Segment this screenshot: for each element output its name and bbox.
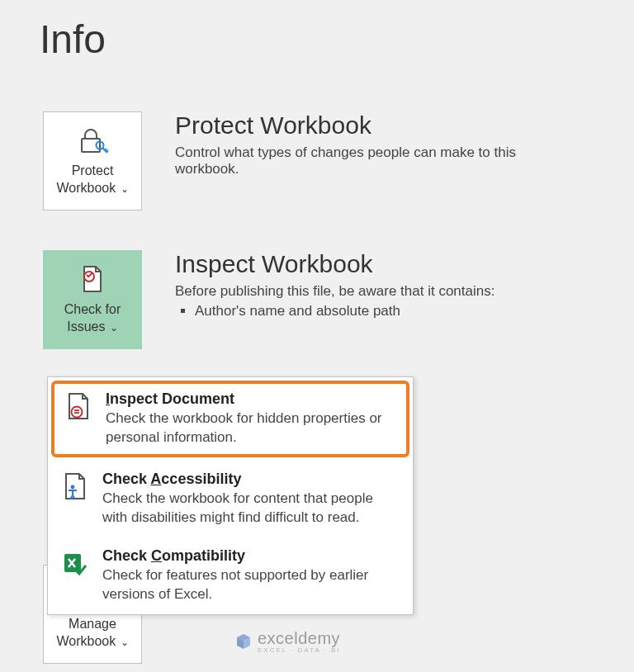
menu-check-accessibility[interactable]: Check Accessibility Check the workbook f… <box>48 461 413 537</box>
watermark-tagline: EXCEL · DATA · BI <box>258 646 341 654</box>
inspect-bullets: Author's name and absolute path <box>175 303 494 319</box>
check-for-issues-button[interactable]: Check for Issues ⌄ <box>43 250 142 349</box>
tile-label: Manage Workbook ⌄ <box>56 616 128 651</box>
inspect-desc: Before publishing this file, be aware th… <box>175 283 494 300</box>
protect-desc: Control what types of changes people can… <box>175 144 571 177</box>
menu-item-title: Check Accessibility <box>102 471 401 488</box>
lock-key-icon <box>76 125 109 158</box>
protect-workbook-button[interactable]: Protect Workbook ⌄ <box>43 111 142 211</box>
menu-item-desc: Check for features not supported by earl… <box>102 566 401 604</box>
menu-inspect-document[interactable]: Inspect Document Check the workbook for … <box>51 381 409 457</box>
menu-item-title: Inspect Document <box>106 390 398 408</box>
menu-item-title: Check Compatibility <box>102 547 401 565</box>
protect-heading: Protect Workbook <box>175 111 571 140</box>
bullet-item: Author's name and absolute path <box>195 303 494 319</box>
chevron-down-icon: ⌄ <box>106 322 117 334</box>
excel-check-icon <box>61 549 91 579</box>
cube-icon <box>234 632 253 651</box>
page-title: Info <box>40 17 634 62</box>
watermark-brand: exceldemy <box>258 629 341 648</box>
svg-rect-0 <box>82 139 100 152</box>
svg-point-5 <box>72 407 83 418</box>
chevron-down-icon: ⌄ <box>117 183 128 195</box>
tile-label: Protect Workbook ⌄ <box>56 163 128 197</box>
inspect-heading: Inspect Workbook <box>175 250 494 278</box>
inspect-section: Check for Issues ⌄ Inspect Workbook Befo… <box>43 250 634 349</box>
tile-label: Check for Issues ⌄ <box>64 301 121 336</box>
watermark: exceldemy EXCEL · DATA · BI <box>234 629 341 654</box>
check-issues-dropdown: Inspect Document Check the workbook for … <box>47 376 414 615</box>
chevron-down-icon: ⌄ <box>117 637 128 648</box>
document-check-icon <box>78 263 107 296</box>
svg-point-8 <box>71 485 75 489</box>
protect-section: Protect Workbook ⌄ Protect Workbook Cont… <box>43 111 634 211</box>
document-search-icon <box>64 392 94 422</box>
menu-item-desc: Check the workbook for hidden properties… <box>106 409 398 447</box>
document-accessibility-icon <box>61 472 91 502</box>
menu-check-compatibility[interactable]: Check Compatibility Check for features n… <box>48 537 413 614</box>
menu-item-desc: Check the workbook for content that peop… <box>102 490 401 528</box>
